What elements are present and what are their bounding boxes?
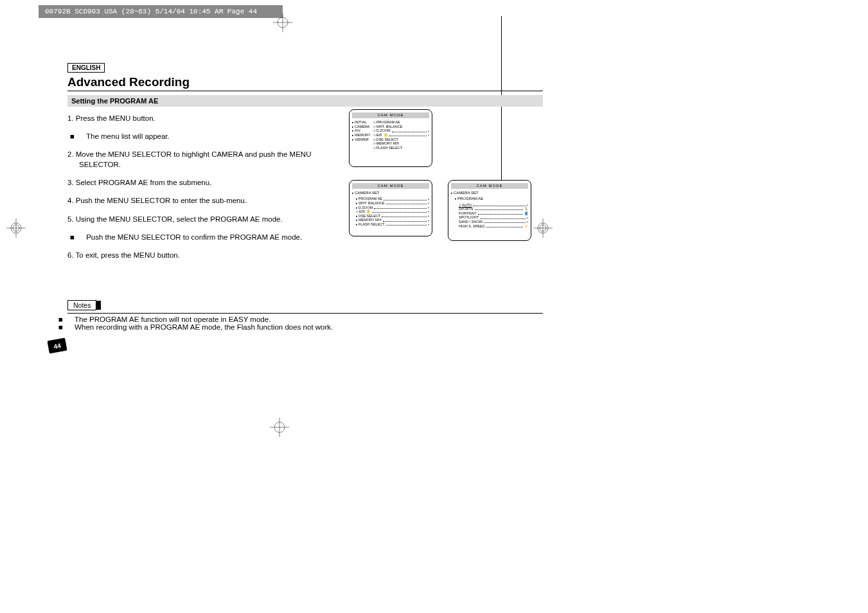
screen1-left-1: CAMERA <box>352 125 371 129</box>
screen1-rightcol: PROGRAM AE WHT. BALANCE D.ZOOM▪ EIS✋▪ DS… <box>373 120 429 150</box>
screen1-right-4: DSE SELECT <box>373 138 429 142</box>
screen3-item-5: HIGH S. SPEED <box>459 224 485 229</box>
screen1-leftcol: INITIAL CAMERA A/V MEMORY VIEWER <box>352 120 371 150</box>
note-2: ■ When recording with a PROGRAM AE mode,… <box>67 323 543 331</box>
screen1-right-3: EIS <box>373 133 382 138</box>
page-content: ENGLISH Advanced Recording Setting the P… <box>67 61 543 331</box>
screen3-item-0: AUTO <box>459 203 472 208</box>
step-5-sub: ■ Push the MENU SELECTOR to confirm the … <box>67 232 324 242</box>
steps-list: 1. Press the MENU button. ■ The menu lis… <box>67 113 324 260</box>
file-header-strip: 00792B SCD903 USA (28~63) 5/14/04 10:45 … <box>39 5 283 18</box>
screen3-items: AUTO▪ SPORTS🏃 PORTRAIT👤 SPOTLIGHT▪ SAND … <box>451 203 528 229</box>
screen2-item-0: PROGRAM AE <box>356 197 382 201</box>
notes-label: Notes <box>67 300 96 310</box>
step-5-sub-text: Push the MENU SELECTOR to confirm the PR… <box>86 233 302 241</box>
notes-list: ■ The PROGRAM AE function will not opera… <box>67 313 543 331</box>
screen3-subhead2: PROGRAM AE <box>451 197 528 201</box>
registration-mark-left <box>6 218 26 238</box>
step-3: 3. Select PROGRAM AE from the submenu. <box>67 177 324 188</box>
screen1-left-0: INITIAL <box>352 120 371 125</box>
lcd-screen-2: CAM MODE CAMERA SET PROGRAM AE▪ WHT. BAL… <box>349 180 432 236</box>
screen2-item-6: FLASH SELECT <box>356 222 385 227</box>
step-2: 2. Move the MENU SELECTOR to highlight C… <box>67 149 324 170</box>
step-1-sub-text: The menu list will appear. <box>86 132 170 140</box>
note-1: ■ The PROGRAM AE function will not opera… <box>67 315 543 323</box>
screen1-title: CAM MODE <box>352 112 429 118</box>
note-1-text: The PROGRAM AE function will not operate… <box>75 315 270 323</box>
registration-mark-top <box>273 13 292 32</box>
registration-mark-bottom <box>270 418 289 437</box>
language-badge: ENGLISH <box>67 63 105 73</box>
screen1-right-1: WHT. BALANCE <box>373 125 429 129</box>
screen3-subhead: CAMERA SET <box>451 191 528 195</box>
screen1-left-3: MEMORY <box>352 133 371 138</box>
screen2-item-1: WHT. BALANCE <box>356 201 385 206</box>
screen2-item-4: DSE SELECT <box>356 214 380 218</box>
step-1-sub: ■ The menu list will appear. <box>67 131 324 141</box>
screen1-right-6: FLASH SELECT <box>373 146 429 150</box>
screen1-right-0: PROGRAM AE <box>373 120 429 125</box>
screen1-right-2: D.ZOOM <box>373 129 391 133</box>
subsection-title: Setting the PROGRAM AE <box>67 95 543 107</box>
screen2-item-3: EIS <box>356 209 365 214</box>
note-2-text: When recording with a PROGRAM AE mode, t… <box>75 323 333 331</box>
screen2-subhead: CAMERA SET <box>352 191 429 195</box>
screen3-item-4: SAND / SNOW <box>459 220 483 224</box>
screen3-item-1: SPORTS <box>459 207 474 211</box>
screen3-item-2: PORTRAIT <box>459 211 477 216</box>
screen2-items: PROGRAM AE▪ WHT. BALANCE▪ D.ZOOM▪ EIS✋▪ … <box>352 197 429 226</box>
screen1-left-4: VIEWER <box>352 138 371 142</box>
step-5: 5. Using the MENU SELECTOR, select the P… <box>67 214 324 224</box>
screen1-left-2: A/V <box>352 129 371 133</box>
step-6: 6. To exit, press the MENU button. <box>67 250 324 260</box>
screen3-item-3: SPOTLIGHT <box>459 215 479 220</box>
step-4: 4. Push the MENU SELECTOR to enter the s… <box>67 195 324 206</box>
page-number-badge: 44 <box>47 338 67 354</box>
screen2-title: CAM MODE <box>352 183 429 189</box>
lcd-screen-1: CAM MODE INITIAL CAMERA A/V MEMORY VIEWE… <box>349 109 432 167</box>
section-title: Advanced Recording <box>67 75 543 91</box>
step-1: 1. Press the MENU button. <box>67 113 324 123</box>
screen2-item-5: MEMORY MIX <box>356 218 382 222</box>
lcd-screen-3: CAM MODE CAMERA SET PROGRAM AE AUTO▪ SPO… <box>448 180 531 241</box>
registration-mark-right <box>533 218 553 238</box>
screen3-title: CAM MODE <box>451 183 528 189</box>
notes-label-text: Notes <box>73 301 91 309</box>
screen1-right-5: MEMORY MIX <box>373 141 429 146</box>
